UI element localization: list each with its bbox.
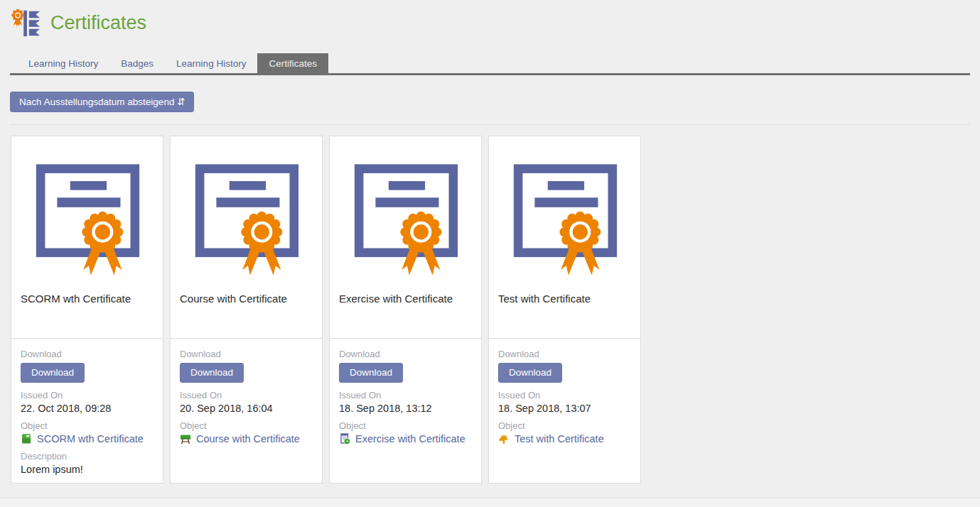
download-label: Download — [180, 349, 313, 359]
download-label: Download — [498, 349, 631, 359]
sort-button-label: Nach Ausstellungsdatum absteigend — [19, 97, 174, 107]
sort-direction-icon: ⇵ — [177, 97, 185, 107]
issued-on-value: 18. Sep 2018, 13:07 — [498, 403, 631, 414]
object-link[interactable]: Course with Certificate — [196, 433, 300, 445]
tab-certificates[interactable]: Certificates — [257, 53, 328, 73]
issued-on-value: 20. Sep 2018, 16:04 — [180, 403, 313, 414]
tab-learning-history-2[interactable]: Learning History — [165, 53, 257, 73]
certificate-card: SCORM wth Certificate Download Download … — [11, 136, 163, 484]
object-link[interactable]: SCORM wth Certificate — [37, 433, 144, 445]
download-button[interactable]: Download — [180, 363, 244, 383]
issued-on-label: Issued On — [498, 390, 631, 400]
certificate-card: Course with Certificate Download Downloa… — [170, 136, 323, 484]
certificate-card-list: SCORM wth Certificate Download Download … — [11, 136, 970, 484]
certificate-card: Test with Certificate Download Download … — [488, 136, 641, 484]
object-label: Object — [339, 420, 472, 431]
card-title: Test with Certificate — [489, 283, 640, 305]
download-button[interactable]: Download — [339, 363, 403, 383]
issued-on-label: Issued On — [180, 390, 313, 400]
card-title: Exercise with Certificate — [330, 283, 481, 305]
tab-bar: Learning History Badges Learning History… — [10, 53, 970, 75]
object-label: Object — [180, 420, 313, 431]
scorm-module-icon — [21, 433, 32, 445]
description-label: Description — [21, 451, 154, 462]
footer-edge — [0, 498, 980, 507]
page-header: Certificates — [0, 0, 980, 39]
download-label: Download — [21, 349, 154, 359]
certificate-ribbon-flags-icon — [10, 6, 43, 39]
certificate-image — [500, 148, 630, 283]
card-title: SCORM wth Certificate — [11, 283, 163, 305]
issued-on-value: 18. Sep 2018, 13:12 — [339, 403, 472, 414]
card-title: Course with Certificate — [171, 283, 322, 305]
toolbar-divider — [10, 124, 970, 125]
download-label: Download — [339, 349, 472, 359]
certificate-image — [181, 148, 312, 283]
description-value: Lorem ipsum! — [21, 464, 154, 475]
tab-learning-history-1[interactable]: Learning History — [17, 53, 109, 73]
object-label: Object — [498, 420, 631, 431]
course-icon — [180, 433, 191, 445]
issued-on-label: Issued On — [339, 390, 472, 400]
download-button[interactable]: Download — [21, 363, 85, 383]
certificate-card: Exercise with Certificate Download Downl… — [329, 136, 482, 484]
certificate-image — [340, 148, 471, 283]
test-puzzle-icon — [498, 433, 510, 445]
object-link[interactable]: Exercise with Certificate — [355, 433, 465, 445]
page-title: Certificates — [50, 12, 146, 34]
exercise-icon — [339, 433, 350, 445]
toolbar: Nach Ausstellungsdatum absteigend ⇵ — [10, 92, 970, 112]
issued-on-label: Issued On — [21, 390, 154, 400]
object-label: Object — [21, 420, 154, 431]
download-button[interactable]: Download — [498, 363, 562, 383]
object-link[interactable]: Test with Certificate — [515, 433, 604, 445]
tab-badges[interactable]: Badges — [109, 53, 165, 73]
sort-button[interactable]: Nach Ausstellungsdatum absteigend ⇵ — [10, 92, 194, 112]
issued-on-value: 22. Oct 2018, 09:28 — [21, 403, 154, 414]
certificate-image — [22, 148, 153, 283]
